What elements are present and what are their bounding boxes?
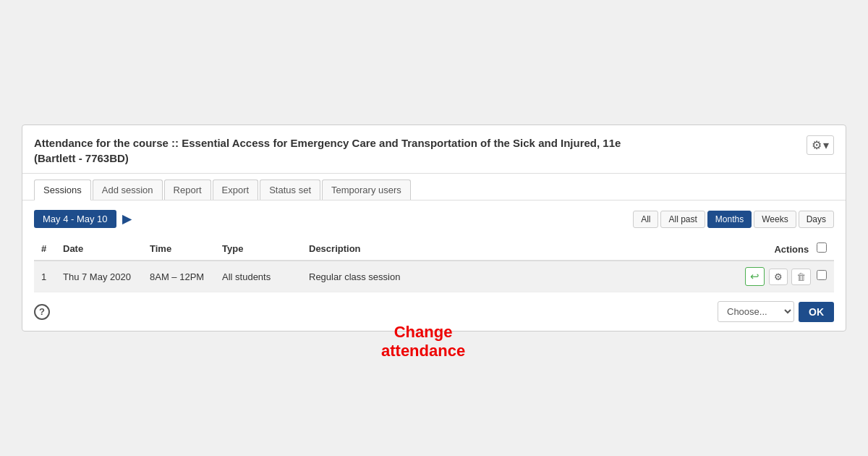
table-row: 1 Thu 7 May 2020 8AM – 12PM All students: [34, 261, 834, 292]
ok-button[interactable]: OK: [799, 302, 834, 322]
session-settings-button[interactable]: ⚙: [769, 269, 788, 285]
table-container: # Date Time Type Description: [34, 237, 834, 292]
tab-status-set[interactable]: Status set: [260, 180, 320, 200]
chevron-right-icon: ▶: [122, 213, 131, 225]
cell-date: Thu 7 May 2020: [56, 261, 142, 292]
row-checkbox[interactable]: [817, 270, 827, 280]
gear-icon: ⚙: [812, 138, 822, 152]
col-header-type: Type: [215, 237, 302, 261]
choose-ok-group: Choose... OK: [718, 301, 834, 322]
col-header-time: Time: [142, 237, 215, 261]
table-header-row: # Date Time Type Description: [34, 237, 834, 261]
content-area: May 4 - May 10 ▶ All All past Months Wee…: [22, 200, 846, 331]
tab-temporary-users[interactable]: Temporary users: [322, 180, 411, 200]
navigation-row: May 4 - May 10 ▶ All All past Months Wee…: [34, 209, 834, 229]
filter-weeks-button[interactable]: Weeks: [754, 211, 796, 228]
change-attendance-annotation: Change attendance: [381, 323, 465, 361]
col-header-num: #: [34, 237, 56, 261]
tabs-bar: Sessions Add session Report Export Statu…: [22, 174, 846, 200]
col-header-date: Date: [56, 237, 142, 261]
bottom-row: ? Choose... OK: [34, 301, 834, 322]
tab-add-session[interactable]: Add session: [93, 180, 163, 200]
filter-all-button[interactable]: All: [633, 211, 658, 228]
help-button[interactable]: ?: [34, 304, 50, 320]
page-header: Attendance for the course :: Essential A…: [22, 125, 846, 174]
filter-buttons: All All past Months Weeks Days: [633, 211, 834, 228]
cell-actions: ↩ ⚙ 🗑: [736, 261, 834, 292]
select-all-checkbox[interactable]: [817, 242, 827, 253]
filter-months-button[interactable]: Months: [707, 211, 752, 228]
cell-num: 1: [34, 261, 56, 292]
settings-icon: ⚙: [774, 271, 783, 282]
cell-description: Regular class session: [302, 261, 736, 292]
take-attendance-button[interactable]: ↩: [745, 267, 765, 286]
date-navigation: May 4 - May 10 ▶: [34, 209, 134, 229]
filter-all-past-button[interactable]: All past: [660, 211, 705, 228]
sessions-table: # Date Time Type Description: [34, 237, 834, 292]
gear-settings-button[interactable]: ⚙ ▾: [807, 135, 834, 155]
trash-icon: 🗑: [796, 271, 806, 282]
cell-type: All students: [215, 261, 302, 292]
delete-session-button[interactable]: 🗑: [791, 269, 811, 285]
dropdown-arrow-icon: ▾: [823, 138, 829, 152]
page-title: Attendance for the course :: Essential A…: [34, 135, 621, 166]
next-period-button[interactable]: ▶: [119, 209, 134, 229]
choose-select[interactable]: Choose...: [718, 301, 794, 322]
col-header-actions: Actions: [736, 237, 834, 261]
tab-report[interactable]: Report: [164, 180, 211, 200]
filter-days-button[interactable]: Days: [799, 211, 834, 228]
tab-export[interactable]: Export: [213, 180, 259, 200]
attendance-icon: ↩: [750, 270, 760, 282]
col-header-description: Description: [302, 237, 736, 261]
date-range-button[interactable]: May 4 - May 10: [34, 210, 116, 228]
cell-time: 8AM – 12PM: [142, 261, 215, 292]
tab-sessions[interactable]: Sessions: [34, 180, 91, 200]
